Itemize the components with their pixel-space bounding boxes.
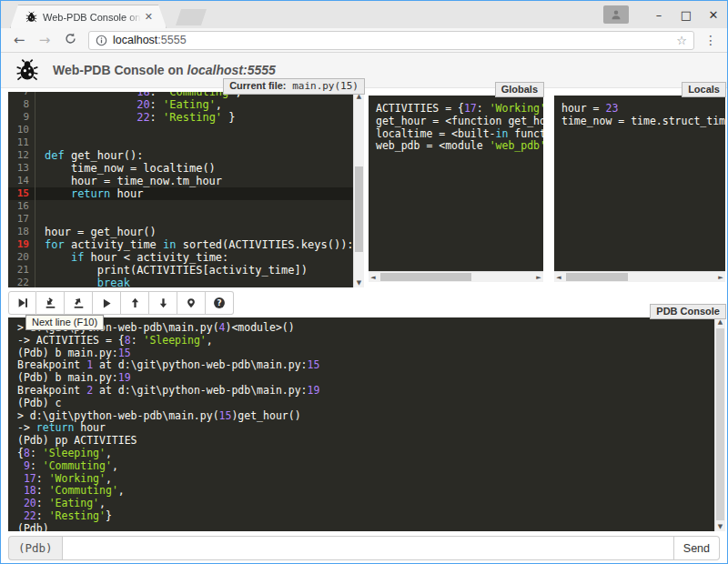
console-line: (Pdb): [17, 523, 714, 531]
profile-button[interactable]: [603, 5, 629, 24]
reload-button[interactable]: [59, 32, 81, 48]
continue-icon: [101, 297, 113, 309]
tab-close-icon[interactable]: ✕: [145, 11, 153, 23]
console-line: 22: 'Resting'}: [17, 510, 714, 523]
map-marker-icon: [186, 297, 197, 309]
breakpoint-line-number[interactable]: 15: [8, 187, 35, 200]
line-number[interactable]: 21: [8, 264, 35, 277]
console-line: ACTIVITIES = {17: 'Working', 18: 'Comm: [376, 103, 543, 116]
minimize-button[interactable]: –: [645, 2, 672, 27]
code-text: [35, 213, 45, 226]
console-line: -> return hour: [17, 422, 714, 435]
locals-panel: Locals hour = 23time_now = time.struct_t…: [554, 96, 725, 282]
console-line: Breakpoint 2 at d:\git\python-web-pdb\ma…: [17, 385, 714, 398]
address-bar[interactable]: localhost:5555 ☆: [88, 31, 694, 50]
console-line: Breakpoint 1 at d:\git\python-web-pdb\ma…: [17, 359, 714, 372]
continue-button[interactable]: [93, 291, 121, 315]
code-line: 16: [8, 200, 353, 213]
close-button[interactable]: ✕: [700, 2, 727, 27]
code-text: 20: 'Eating',: [35, 98, 222, 111]
line-number[interactable]: 10: [8, 124, 35, 136]
stack-down-button[interactable]: [149, 291, 177, 315]
maximize-button[interactable]: □: [672, 2, 700, 27]
arrow-down-icon: [157, 297, 169, 309]
help-button[interactable]: ?: [206, 291, 234, 315]
code-line: 9 22: 'Resting' }: [8, 111, 353, 124]
url-text[interactable]: localhost:5555: [113, 34, 676, 46]
browser-window: Web-PDB Console on lo ✕ – □ ✕ ← → localh…: [0, 0, 728, 564]
line-number[interactable]: 17: [8, 213, 35, 226]
code-line: 17: [8, 213, 353, 226]
line-number[interactable]: 12: [8, 149, 35, 162]
line-number[interactable]: 11: [8, 136, 35, 149]
browser-navbar: ← → localhost:5555 ☆ ⋮: [1, 28, 727, 53]
locals-list[interactable]: hour = 23time_now = time.struct_time(tm_…: [554, 96, 725, 271]
scroll-left-icon[interactable]: ◄: [369, 272, 378, 282]
menu-kebab-icon[interactable]: ⋮: [702, 33, 720, 47]
console-line: 18: 'Commuting',: [17, 485, 714, 498]
line-number[interactable]: 9: [8, 111, 35, 124]
code-viewer[interactable]: 7 18: 'Commuting',8 20: 'Eating',9 22: '…: [8, 92, 353, 287]
send-button[interactable]: Send: [674, 536, 720, 560]
stack-up-button[interactable]: [121, 291, 149, 315]
bookmark-star-icon[interactable]: ☆: [676, 34, 687, 47]
line-number[interactable]: 13: [8, 162, 35, 175]
code-text: 22: 'Resting' }: [35, 111, 236, 124]
scroll-down-icon[interactable]: ▼: [715, 522, 725, 531]
code-text: def get_hour():: [35, 149, 143, 162]
next-line-button[interactable]: [8, 291, 36, 315]
line-number[interactable]: 20: [8, 251, 35, 264]
step-out-button[interactable]: [65, 291, 93, 315]
line-number[interactable]: 8: [8, 98, 35, 111]
code-text: time_now = localtime(): [35, 162, 216, 175]
console-line: time_now = time.struct_time(tm_yea: [561, 116, 725, 128]
scroll-left-icon[interactable]: ◄: [554, 272, 563, 282]
page-title: Web-PDB Console on localhost:5555: [53, 63, 276, 77]
console-line: (Pdb) c: [17, 398, 714, 410]
line-number[interactable]: 18: [8, 226, 35, 238]
breakpoint-line-number[interactable]: 19: [8, 238, 35, 251]
console-line: web_pdb = <module 'web_pdb' from 'D: [376, 140, 543, 153]
code-line: 14 hour = time_now.tm_hour: [8, 175, 353, 187]
code-line: 13 time_now = localtime(): [8, 162, 353, 175]
forward-button[interactable]: →: [34, 32, 56, 48]
next-line-tooltip: Next line (F10): [25, 315, 104, 330]
command-input[interactable]: [62, 536, 674, 560]
step-into-icon: [44, 297, 57, 309]
tab-title: Web-PDB Console on lo: [43, 12, 141, 23]
code-line: 21 print(ACTIVITIES[activity_time]): [8, 264, 353, 277]
code-vertical-scrollbar[interactable]: ▲ ▼: [353, 92, 364, 287]
scroll-down-icon[interactable]: ▼: [354, 278, 364, 287]
locals-horizontal-scrollbar[interactable]: ◄ ►: [554, 271, 725, 282]
new-tab-button[interactable]: [176, 9, 207, 25]
code-text: 18: 'Commuting',: [35, 92, 242, 98]
code-line: 10: [8, 124, 353, 136]
code-text: for activity_time in sorted(ACTIVITIES.k…: [35, 238, 353, 251]
step-into-button[interactable]: [36, 291, 65, 315]
back-button[interactable]: ←: [8, 32, 30, 48]
globals-horizontal-scrollbar[interactable]: ◄ ►: [369, 271, 543, 282]
page-info-icon[interactable]: [96, 35, 107, 46]
globals-list[interactable]: ACTIVITIES = {17: 'Working', 18: 'Commge…: [369, 96, 543, 271]
browser-tab[interactable]: Web-PDB Console on lo ✕: [10, 5, 167, 28]
console-line: {8: 'Sleeping',: [17, 448, 714, 460]
code-line: 19for activity_time in sorted(ACTIVITIES…: [8, 238, 353, 251]
locals-label: Locals: [682, 82, 726, 97]
scroll-right-icon[interactable]: ►: [716, 272, 725, 282]
line-number[interactable]: 14: [8, 175, 35, 187]
line-number[interactable]: 7: [8, 92, 35, 98]
code-line: 11: [8, 136, 353, 149]
bug-favicon-icon: [25, 11, 37, 23]
command-input-group: (Pdb) Send: [8, 536, 720, 560]
web-pdb-page: Web-PDB Console on localhost:5555 Curren…: [1, 53, 727, 563]
line-number[interactable]: 22: [8, 277, 35, 287]
console-vertical-scrollbar[interactable]: ▲ ▼: [714, 317, 725, 531]
code-text: [35, 200, 45, 213]
code-text: hour = get_hour(): [35, 226, 157, 238]
console-output[interactable]: > d:\git\python-web-pdb\main.py(4)<modul…: [8, 317, 714, 531]
current-line-button[interactable]: [177, 291, 206, 315]
code-line: 15 return hour: [8, 187, 353, 200]
next-line-icon: [16, 297, 29, 309]
scroll-right-icon[interactable]: ►: [534, 272, 543, 282]
line-number[interactable]: 16: [8, 200, 35, 213]
